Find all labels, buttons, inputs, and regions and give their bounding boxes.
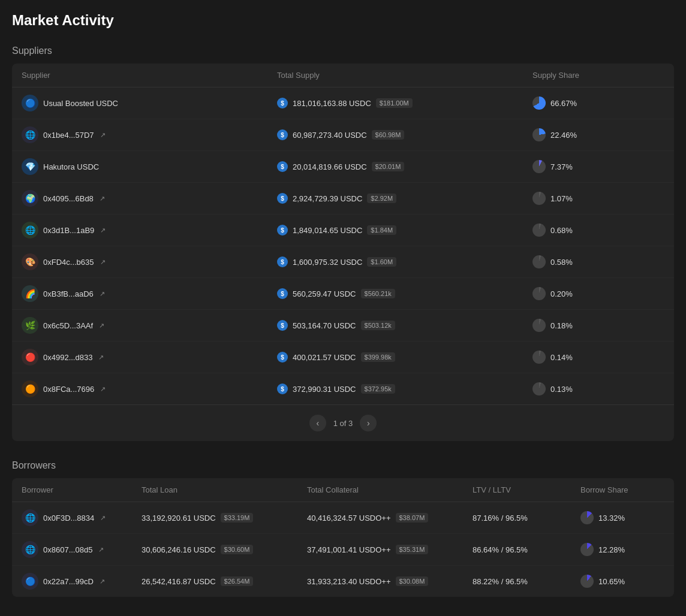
- borrower-name: 0x8607...08d5: [43, 545, 92, 554]
- borrow-share-cell: 12.28%: [580, 543, 664, 556]
- share-percentage: 0.13%: [550, 385, 573, 394]
- supplier-name: 0xB3fB...aaD6: [43, 289, 94, 298]
- collateral-amount: 40,416,324.57 USDO++: [307, 514, 391, 523]
- supply-share-col-header: Supply Share: [532, 71, 664, 80]
- borrow-share-cell: 10.65%: [580, 575, 664, 588]
- supply-amount: 1,849,014.65 USDC: [293, 226, 362, 235]
- external-link-icon[interactable]: ↗: [100, 258, 106, 266]
- external-link-icon[interactable]: ↗: [98, 546, 104, 554]
- pie-chart-icon: [532, 255, 546, 268]
- supplier-name: 0x6c5D...3AAf: [43, 321, 93, 330]
- share-percentage: 0.14%: [550, 353, 573, 362]
- borrow-share-percentage: 10.65%: [598, 577, 625, 586]
- suppliers-section: Suppliers Supplier Total Supply Supply S…: [12, 46, 674, 441]
- supply-cell: $ 503,164.70 USDC $503.12k: [277, 320, 532, 331]
- table-row: 🔵 Usual Boosted USDC $ 181,016,163.88 US…: [12, 87, 674, 119]
- supplier-name: 0x8FCa...7696: [43, 385, 94, 394]
- avatar: 🔴: [22, 349, 38, 366]
- loan-amount: 30,606,246.16 USDC: [142, 545, 216, 554]
- supplier-cell: 🌿 0x6c5D...3AAf ↗: [22, 317, 277, 334]
- supplier-cell: 🔵 Usual Boosted USDC: [22, 95, 277, 111]
- pagination: ‹ 1 of 3 ›: [12, 404, 674, 441]
- table-row: 💎 Hakutora USDC $ 20,014,819.66 USDC $20…: [12, 151, 674, 183]
- collateral-cell: 40,416,324.57 USDO++ $38.07M: [307, 513, 473, 523]
- borrowers-section-title: Borrowers: [12, 460, 674, 471]
- supply-cell: $ 60,987,273.40 USDC $60.98M: [277, 129, 532, 140]
- supply-badge: $60.98M: [372, 130, 405, 140]
- total-collateral-col-header: Total Collateral: [307, 485, 473, 494]
- supply-badge: $1.60M: [367, 257, 396, 267]
- external-link-icon[interactable]: ↗: [100, 514, 106, 522]
- share-cell: 0.18%: [532, 319, 664, 332]
- supplier-cell: 🌐 0x3d1B...1aB9 ↗: [22, 222, 277, 238]
- loan-amount: 26,542,416.87 USDC: [142, 577, 216, 586]
- share-cell: 22.46%: [532, 128, 664, 141]
- pie-chart-icon: [532, 287, 546, 300]
- borrowers-section: Borrowers Borrower Total Loan Total Coll…: [12, 460, 674, 597]
- collateral-amount: 31,933,213.40 USDO++: [307, 577, 391, 586]
- borrower-col-header: Borrower: [22, 485, 142, 494]
- loan-badge: $33.19M: [221, 513, 254, 523]
- supply-badge: $503.12k: [361, 321, 395, 330]
- external-link-icon[interactable]: ↗: [100, 227, 106, 234]
- table-row: 🌿 0x6c5D...3AAf ↗ $ 503,164.70 USDC $503…: [12, 310, 674, 342]
- pie-chart-icon: [532, 128, 546, 141]
- usdc-icon: $: [277, 225, 288, 235]
- borrower-name: 0x22a7...99cD: [43, 577, 94, 586]
- share-percentage: 1.07%: [550, 194, 573, 203]
- external-link-icon[interactable]: ↗: [98, 354, 104, 361]
- usdc-icon: $: [277, 352, 288, 363]
- share-cell: 0.58%: [532, 255, 664, 268]
- loan-badge: $26.54M: [221, 576, 254, 586]
- borrow-share-percentage: 12.28%: [598, 545, 625, 554]
- supplier-name: 0x4992...d833: [43, 353, 92, 362]
- external-link-icon[interactable]: ↗: [100, 290, 105, 298]
- supplier-cell: 🔴 0x4992...d833 ↗: [22, 349, 277, 366]
- table-row: 🎨 0xFD4c...b635 ↗ $ 1,600,975.32 USDC $1…: [12, 246, 674, 278]
- share-cell: 0.14%: [532, 351, 664, 364]
- ltv-cell: 87.16% / 96.5%: [473, 513, 580, 523]
- loan-cell: 33,192,920.61 USDC $33.19M: [142, 513, 307, 523]
- collateral-badge: $35.31M: [396, 545, 429, 554]
- supplier-cell: 🎨 0xFD4c...b635 ↗: [22, 253, 277, 270]
- external-link-icon[interactable]: ↗: [100, 131, 106, 139]
- loan-badge: $30.60M: [221, 545, 254, 554]
- avatar: 🌐: [22, 541, 38, 558]
- share-percentage: 0.18%: [550, 321, 573, 330]
- usdc-icon: $: [277, 129, 288, 140]
- loan-cell: 30,606,246.16 USDC $30.60M: [142, 545, 307, 554]
- usdc-icon: $: [277, 288, 288, 299]
- share-percentage: 22.46%: [550, 131, 577, 140]
- external-link-icon[interactable]: ↗: [99, 322, 104, 330]
- pie-chart-icon: [532, 224, 546, 237]
- borrower-cell: 🔵 0x22a7...99cD ↗: [22, 573, 142, 590]
- avatar: 🟠: [22, 381, 38, 397]
- ltv-cell: 86.64% / 96.5%: [473, 545, 580, 554]
- loan-cell: 26,542,416.87 USDC $26.54M: [142, 576, 307, 586]
- borrowers-table: Borrower Total Loan Total Collateral LTV…: [12, 478, 674, 597]
- external-link-icon[interactable]: ↗: [100, 385, 106, 393]
- prev-page-button[interactable]: ‹: [309, 415, 326, 431]
- supply-cell: $ 400,021.57 USDC $399.98k: [277, 352, 532, 363]
- external-link-icon[interactable]: ↗: [100, 195, 105, 203]
- suppliers-rows: 🔵 Usual Boosted USDC $ 181,016,163.88 US…: [12, 87, 674, 404]
- table-row: 🌐 0x8607...08d5 ↗ 30,606,246.16 USDC $30…: [12, 534, 674, 566]
- supplier-col-header: Supplier: [22, 71, 277, 80]
- supply-amount: 2,924,729.39 USDC: [293, 194, 362, 203]
- borrowers-rows: 🌐 0x0F3D...8834 ↗ 33,192,920.61 USDC $33…: [12, 502, 674, 597]
- table-row: 🌐 0x0F3D...8834 ↗ 33,192,920.61 USDC $33…: [12, 502, 674, 534]
- pie-chart-icon: [532, 192, 546, 205]
- avatar: 🔵: [22, 573, 38, 590]
- external-link-icon[interactable]: ↗: [100, 578, 105, 585]
- usdc-icon: $: [277, 256, 288, 267]
- supplier-cell: 🌈 0xB3fB...aaD6 ↗: [22, 285, 277, 302]
- supplier-cell: 💎 Hakutora USDC: [22, 158, 277, 175]
- table-row: 🌍 0x4095...6Bd8 ↗ $ 2,924,729.39 USDC $2…: [12, 183, 674, 215]
- supply-cell: $ 2,924,729.39 USDC $2.92M: [277, 193, 532, 204]
- share-percentage: 0.68%: [550, 226, 573, 235]
- avatar: 🌍: [22, 190, 38, 207]
- borrower-cell: 🌐 0x8607...08d5 ↗: [22, 541, 142, 558]
- next-page-button[interactable]: ›: [360, 415, 377, 431]
- usdc-icon: $: [277, 193, 288, 204]
- table-row: 🔴 0x4992...d833 ↗ $ 400,021.57 USDC $399…: [12, 342, 674, 373]
